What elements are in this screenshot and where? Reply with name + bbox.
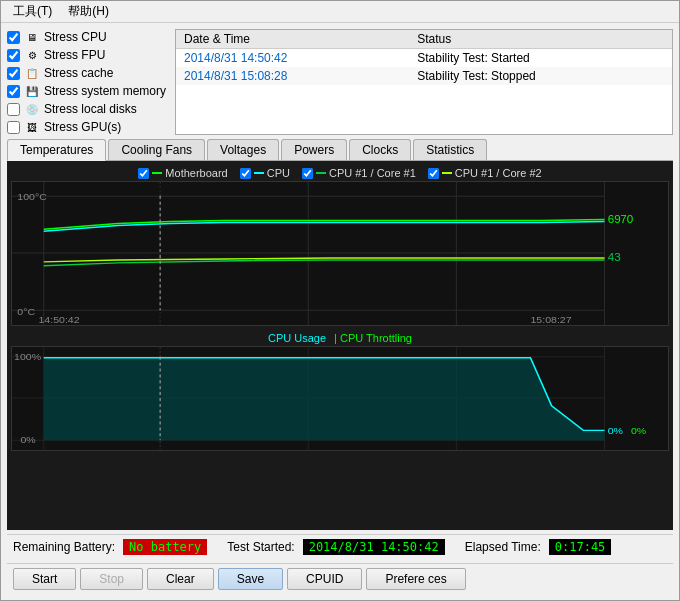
legend-motherboard: Motherboard bbox=[138, 167, 227, 179]
stress-gpu-label: Stress GPU(s) bbox=[44, 120, 121, 134]
stress-disk-label: Stress local disks bbox=[44, 102, 137, 116]
log-status: Stability Test: Started bbox=[409, 49, 672, 68]
tab-cooling-fans[interactable]: Cooling Fans bbox=[108, 139, 205, 160]
tab-content-temperatures: Motherboard CPU CPU #1 / Core #1 bbox=[7, 161, 673, 530]
stress-options: 🖥 Stress CPU ⚙ Stress FPU 📋 Stress cache… bbox=[7, 29, 167, 135]
svg-text:0%: 0% bbox=[20, 434, 35, 445]
log-status: Stability Test: Stopped bbox=[409, 67, 672, 85]
svg-text:0°C: 0°C bbox=[17, 306, 35, 317]
tab-clocks[interactable]: Clocks bbox=[349, 139, 411, 160]
tab-temperatures[interactable]: Temperatures bbox=[7, 139, 106, 161]
legend-cpu-dot bbox=[254, 172, 264, 174]
legend-core1-check[interactable] bbox=[302, 168, 313, 179]
stop-button[interactable]: Stop bbox=[80, 568, 143, 590]
cpu-icon: 🖥 bbox=[24, 29, 40, 45]
legend-core2-label: CPU #1 / Core #2 bbox=[455, 167, 542, 179]
tab-bar: Temperatures Cooling Fans Voltages Power… bbox=[7, 139, 673, 161]
stress-disk-option: 💿 Stress local disks bbox=[7, 101, 167, 117]
elapsed-label: Elapsed Time: bbox=[465, 540, 541, 554]
tab-statistics[interactable]: Statistics bbox=[413, 139, 487, 160]
cpu-usage-legend-text: CPU Usage bbox=[268, 332, 326, 344]
stress-cache-option: 📋 Stress cache bbox=[7, 65, 167, 81]
stress-cpu-label: Stress CPU bbox=[44, 30, 107, 44]
start-button[interactable]: Start bbox=[13, 568, 76, 590]
log-table: Date & Time Status 2014/8/31 14:50:42Sta… bbox=[175, 29, 673, 135]
svg-text:0%: 0% bbox=[631, 426, 646, 437]
log-row: 2014/8/31 14:50:42Stability Test: Starte… bbox=[176, 49, 672, 68]
save-button[interactable]: Save bbox=[218, 568, 283, 590]
elapsed-value: 0:17:45 bbox=[549, 539, 612, 555]
legend-cpu-check[interactable] bbox=[240, 168, 251, 179]
legend-motherboard-label: Motherboard bbox=[165, 167, 227, 179]
cpu-throttle-legend-text: | CPU Throttling bbox=[334, 332, 412, 344]
temp-chart-svg: 100°C 0°C 14:50:42 15:08:27 bbox=[12, 182, 668, 325]
legend-core2: CPU #1 / Core #2 bbox=[428, 167, 542, 179]
menu-help[interactable]: 帮助(H) bbox=[60, 1, 117, 22]
legend-cpu-label: CPU bbox=[267, 167, 290, 179]
disk-icon: 💿 bbox=[24, 101, 40, 117]
stress-cpu-checkbox[interactable] bbox=[7, 31, 20, 44]
svg-text:69: 69 bbox=[608, 214, 621, 226]
stress-memory-checkbox[interactable] bbox=[7, 85, 20, 98]
legend-core1: CPU #1 / Core #1 bbox=[302, 167, 416, 179]
gpu-icon: 🖼 bbox=[24, 119, 40, 135]
legend-core1-label: CPU #1 / Core #1 bbox=[329, 167, 416, 179]
top-section: 🖥 Stress CPU ⚙ Stress FPU 📋 Stress cache… bbox=[7, 29, 673, 135]
stress-gpu-option: 🖼 Stress GPU(s) bbox=[7, 119, 167, 135]
temp-legend: Motherboard CPU CPU #1 / Core #1 bbox=[11, 165, 669, 181]
log-col-status: Status bbox=[409, 30, 672, 49]
menu-tools[interactable]: 工具(T) bbox=[5, 1, 60, 22]
stress-cache-label: Stress cache bbox=[44, 66, 113, 80]
svg-text:100%: 100% bbox=[14, 351, 41, 362]
temp-chart-container: Motherboard CPU CPU #1 / Core #1 bbox=[11, 165, 669, 326]
stress-fpu-option: ⚙ Stress FPU bbox=[7, 47, 167, 63]
svg-text:14:50:42: 14:50:42 bbox=[38, 314, 79, 325]
log-datetime: 2014/8/31 15:08:28 bbox=[176, 67, 409, 85]
log-row: 2014/8/31 15:08:28Stability Test: Stoppe… bbox=[176, 67, 672, 85]
log-datetime: 2014/8/31 14:50:42 bbox=[176, 49, 409, 68]
tab-voltages[interactable]: Voltages bbox=[207, 139, 279, 160]
stress-cache-checkbox[interactable] bbox=[7, 67, 20, 80]
legend-core1-dot bbox=[316, 172, 326, 174]
usage-chart-svg: 100% 0% 0% 0% bbox=[12, 347, 668, 450]
temp-chart: 100°C 0°C 14:50:42 15:08:27 bbox=[11, 181, 669, 326]
test-started-value: 2014/8/31 14:50:42 bbox=[303, 539, 445, 555]
svg-text:43: 43 bbox=[608, 251, 621, 263]
legend-motherboard-dot bbox=[152, 172, 162, 174]
cpuid-button[interactable]: CPUID bbox=[287, 568, 362, 590]
stress-cpu-option: 🖥 Stress CPU bbox=[7, 29, 167, 45]
test-started-label: Test Started: bbox=[227, 540, 294, 554]
tabs-section: Temperatures Cooling Fans Voltages Power… bbox=[7, 139, 673, 530]
remaining-battery-label: Remaining Battery: bbox=[13, 540, 115, 554]
stress-memory-option: 💾 Stress system memory bbox=[7, 83, 167, 99]
menu-bar: 工具(T) 帮助(H) bbox=[1, 1, 679, 23]
legend-core2-dot bbox=[442, 172, 452, 174]
stress-gpu-checkbox[interactable] bbox=[7, 121, 20, 134]
preferences-button[interactable]: Prefere ces bbox=[366, 568, 465, 590]
svg-marker-28 bbox=[44, 358, 605, 440]
cache-icon: 📋 bbox=[24, 65, 40, 81]
stress-fpu-checkbox[interactable] bbox=[7, 49, 20, 62]
stress-disk-checkbox[interactable] bbox=[7, 103, 20, 116]
usage-chart-container: CPU Usage | CPU Throttling bbox=[11, 330, 669, 451]
cpu-usage-legend: CPU Usage | CPU Throttling bbox=[11, 330, 669, 346]
legend-motherboard-check[interactable] bbox=[138, 168, 149, 179]
svg-text:100°C: 100°C bbox=[17, 191, 47, 202]
memory-icon: 💾 bbox=[24, 83, 40, 99]
stress-fpu-label: Stress FPU bbox=[44, 48, 105, 62]
clear-button[interactable]: Clear bbox=[147, 568, 214, 590]
log-col-datetime: Date & Time bbox=[176, 30, 409, 49]
svg-text:70: 70 bbox=[620, 214, 633, 226]
usage-chart: 100% 0% 0% 0% bbox=[11, 346, 669, 451]
legend-core2-check[interactable] bbox=[428, 168, 439, 179]
main-window: 工具(T) 帮助(H) 🖥 Stress CPU ⚙ Stress FPU bbox=[0, 0, 680, 601]
legend-cpu: CPU bbox=[240, 167, 290, 179]
svg-text:0%: 0% bbox=[608, 426, 623, 437]
svg-text:15:08:27: 15:08:27 bbox=[530, 314, 571, 325]
fpu-icon: ⚙ bbox=[24, 47, 40, 63]
main-content: 🖥 Stress CPU ⚙ Stress FPU 📋 Stress cache… bbox=[1, 23, 679, 600]
tab-powers[interactable]: Powers bbox=[281, 139, 347, 160]
stress-memory-label: Stress system memory bbox=[44, 84, 166, 98]
remaining-battery-value: No battery bbox=[123, 539, 207, 555]
button-bar: Start Stop Clear Save CPUID Prefere ces bbox=[7, 563, 673, 594]
